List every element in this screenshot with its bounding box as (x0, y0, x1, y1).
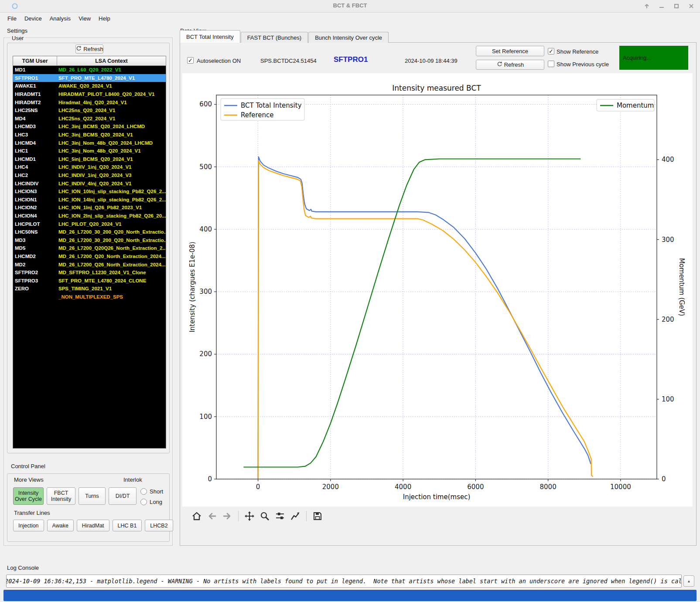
svg-text:200: 200 (662, 316, 674, 323)
svg-text:0: 0 (208, 475, 212, 483)
bottom-scrollbar[interactable] (3, 590, 697, 601)
table-row[interactable]: SFTPRO3SFT_PRO_MTE_L4780_2024_CLONE (13, 276, 166, 285)
table-row[interactable]: SFTPRO2MD_SFTPRO_L1230_2024_V1_Clone (13, 269, 166, 277)
table-row[interactable]: LHC1LHC_3inj_Nom_48b_Q20_2024_V1 (13, 147, 166, 155)
window-controls (642, 2, 696, 10)
menu-analysis[interactable]: Analysis (46, 14, 75, 23)
close-icon[interactable] (687, 2, 696, 10)
long-label: Long (150, 499, 162, 505)
table-row[interactable]: LHCION4LHC_ION_2Inj_slip_stacking_Pb82_Q… (13, 212, 166, 220)
table-row[interactable]: MD3MD_26_L7200_30_200_Q20_North_Extracti… (13, 236, 166, 244)
data-refresh-button[interactable]: Refresh (476, 60, 544, 70)
di-dt-button[interactable]: DI/DT (109, 487, 137, 505)
subplots-icon[interactable] (274, 510, 286, 522)
menubar: FileDeviceAnalysisViewHelp (0, 13, 700, 24)
table-row[interactable]: LHCMD4LHC_3inj_Nom_48b_Q20_2024_LHCMD (13, 139, 166, 147)
table-row[interactable]: LHCPILOTLHC_PILOT_Q20_2024_V1 (13, 220, 166, 228)
zoom-icon[interactable] (259, 510, 270, 522)
tab-bunch-intensity-over-cycle[interactable]: Bunch Intensity Over cycle (308, 32, 389, 43)
tgm-user-cell: LHCMD3 (13, 124, 57, 129)
log-console-label: Log Console (7, 565, 39, 571)
awake-button[interactable]: Awake (47, 520, 74, 531)
table-row[interactable]: ZEROSPS_TIMING_2021_V1 (13, 285, 166, 293)
log-line: 2024-10-09 16:36:42,153 - matplotlib.leg… (6, 578, 682, 585)
table-row[interactable]: MD5MD_26_L7200_Q20Q26_North_Extraction_2… (13, 244, 166, 252)
toolbar-separator (238, 511, 239, 521)
table-row[interactable]: MD2MD_26_L7200_Q26_North_Extraction_2024… (13, 260, 166, 269)
table-row[interactable]: _NON_MULTIPLEXED_SPS (13, 293, 166, 301)
table-row[interactable]: LHC2LHC_INDIV_1inj_Q20_2024_V3 (13, 171, 166, 180)
table-row[interactable]: SFTPRO1SFT_PRO_MTE_L4780_2024_V1 (13, 74, 166, 82)
lsa-context-cell: LHC_3inj_Nom_48b_Q20_2024_LHCMD (57, 140, 166, 146)
tgm-user-cell: MD5 (13, 245, 57, 251)
table-row[interactable]: LHC50NSMD_26_L7200_30_200_Q20_North_Extr… (13, 228, 166, 236)
chart-canvas[interactable]: 0200040006000800010000010020030040050060… (182, 73, 693, 507)
hiradmat-button[interactable]: HiradMat (77, 520, 109, 531)
fbct-intensity-button[interactable]: FBCT Intensity (47, 487, 75, 505)
lsa-context-cell: LHC_ION_14Inj_slip_stacking_Pb82_Q26_2..… (57, 197, 166, 202)
table-row[interactable]: AWAKE1AWAKE_Q20_2024_V1 (13, 82, 166, 90)
svg-text:0: 0 (662, 475, 666, 483)
radio-long[interactable] (140, 499, 147, 505)
svg-text:300: 300 (662, 236, 674, 244)
table-row[interactable]: LHC25NSLHC25ns_Q20_2024_V1 (13, 106, 166, 115)
show-previous-checkbox[interactable] (548, 61, 554, 67)
lhcb2-button[interactable]: LHCB2 (145, 520, 173, 531)
svg-text:Reference: Reference (241, 111, 274, 119)
tgm-user-cell: LHC3 (13, 132, 57, 137)
table-row[interactable]: LHCION3LHC_ION_10Inj_slip_stacking_Pb82_… (13, 187, 166, 196)
log-scroll-up-button[interactable]: ▲ (683, 575, 694, 587)
back-icon[interactable] (206, 510, 218, 522)
table-row[interactable]: LHC4LHC_INDIV_1inj_Q20_2024_V1 (13, 163, 166, 171)
lsa-context-cell: LHC25ns_Q22_2024_V1 (57, 116, 166, 121)
pan-icon[interactable] (244, 510, 255, 522)
tgm-user-cell: LHCMD4 (13, 140, 57, 146)
table-row[interactable]: HIRADMT2Hiradmat_4Inj_Q20_2024_V1 (13, 98, 166, 106)
lsa-context-cell: LHC25ns_Q20_2024_V1 (57, 108, 166, 113)
menu-device[interactable]: Device (20, 14, 46, 23)
menu-file[interactable]: File (3, 14, 20, 23)
settings-panel-label: Settings (7, 27, 27, 34)
svg-text:200: 200 (199, 350, 212, 358)
autoselection-checkbox[interactable] (187, 57, 194, 64)
home-icon[interactable] (191, 510, 202, 522)
tgm-user-cell: LHCION1 (13, 197, 57, 202)
forward-icon[interactable] (222, 510, 233, 522)
table-row[interactable]: LHCION1LHC_ION_14Inj_slip_stacking_Pb82_… (13, 196, 166, 204)
lsa-context-cell: LHC_INDIV_4Inj_Q20_2024_V1 (57, 181, 166, 186)
lsa-context-cell: HIRADMAT_PILOT_L8400_Q20_2024_V1 (57, 92, 166, 97)
maximize-icon[interactable] (672, 2, 681, 10)
lhc-b1-button[interactable]: LHC B1 (113, 520, 142, 531)
turns-button[interactable]: Turns (79, 487, 106, 505)
tab-bct-total-intensity[interactable]: BCT Total Intensity (180, 30, 240, 43)
menu-help[interactable]: Help (95, 14, 114, 23)
tgm-user-table[interactable]: TGM UserLSA ContextMD1MD_26_L60_Q20_2022… (13, 56, 166, 449)
short-label: Short (150, 488, 163, 495)
customize-icon[interactable] (290, 510, 301, 522)
menu-view[interactable]: View (75, 14, 95, 23)
device-name: SPS.BCTDC24.51454 (260, 58, 317, 64)
table-row[interactable]: MD4LHC25ns_Q22_2024_V1 (13, 115, 166, 123)
table-row[interactable]: LHCMD1LHC_5inj_BCMS_Q20_2024_V1 (13, 155, 166, 163)
refresh-button[interactable]: Refresh (75, 44, 103, 54)
radio-short[interactable] (140, 488, 147, 495)
minimize-icon[interactable] (657, 2, 666, 10)
svg-text:4000: 4000 (395, 483, 411, 491)
table-row[interactable]: LHCMD2MD_26_L7200_Q20_North_Extraction_2… (13, 252, 166, 261)
save-icon[interactable] (312, 510, 323, 522)
table-row[interactable]: MD1MD_26_L60_Q20_2022_V1 (13, 66, 166, 74)
table-row[interactable]: LHC3LHC_3inj_BCMS_Q20_2024_V1 (13, 131, 166, 139)
log-console-field[interactable]: 2024-10-09 16:36:42,153 - matplotlib.leg… (6, 575, 682, 588)
table-row[interactable]: HIRADMT1HIRADMAT_PILOT_L8400_Q20_2024_V1 (13, 90, 166, 99)
set-reference-button[interactable]: Set Reference (476, 46, 544, 56)
table-row[interactable]: LHCION2LHC_ION_1Inj_Q26_Pb82_2023_V1 (13, 204, 166, 212)
lsa-context-cell: LHC_ION_10Inj_slip_stacking_Pb82_Q26_2..… (57, 189, 166, 194)
up-icon[interactable] (642, 2, 651, 10)
show-reference-checkbox[interactable] (548, 48, 554, 54)
tgm-user-cell: SFTPRO3 (13, 278, 57, 283)
table-row[interactable]: LHCINDIVLHC_INDIV_4Inj_Q20_2024_V1 (13, 179, 166, 187)
table-row[interactable]: LHCMD3LHC_3inj_BCMS_Q20_2024_LHCMD (13, 122, 166, 131)
tab-fast-bct-bunches[interactable]: FAST BCT (Bunches) (241, 32, 308, 43)
injection-button[interactable]: Injection (13, 520, 44, 531)
intensity-over-cycle-button[interactable]: Intensity Over Cycle (13, 487, 44, 505)
